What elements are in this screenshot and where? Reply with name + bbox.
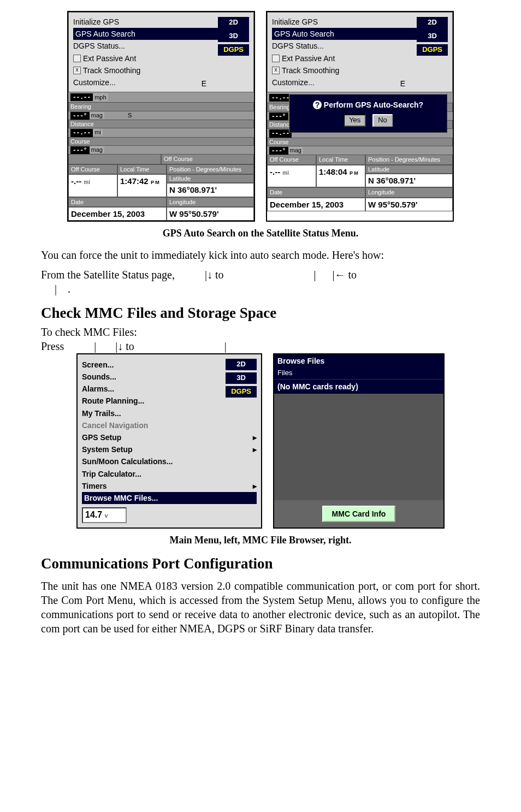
menu-system-setup[interactable]: System Setup▸ xyxy=(82,443,257,455)
autosearch-dialog: ? Perform GPS Auto-Search? Yes No xyxy=(289,94,447,133)
distance-val: --.-- xyxy=(70,129,93,137)
heading-comm-port: Communications Port Configuration xyxy=(41,554,480,573)
compass-s: S xyxy=(128,112,132,118)
para-1: You can force the unit to immediately ki… xyxy=(41,248,480,262)
dialog-text: Perform GPS Auto-Search? xyxy=(324,100,423,109)
browse-subtitle: Files xyxy=(274,368,443,380)
heading-check-mmc: Check MMC Files and Storage Space xyxy=(41,304,480,323)
course-val: ---° xyxy=(70,146,90,154)
menu-sunmoon[interactable]: Sun/Moon Calculations... xyxy=(82,455,257,467)
chevron-right-icon: ▸ xyxy=(253,481,257,491)
menu-browse-mmc[interactable]: Browse MMC Files... xyxy=(82,492,257,504)
gps-screen-right: Initialize GPS GPS Auto Search DGPS Stat… xyxy=(266,11,454,222)
question-icon: ? xyxy=(313,100,322,109)
caption-2: Main Menu, left, MMC File Browser, right… xyxy=(41,534,480,547)
menu-trip-calc[interactable]: Trip Calculator... xyxy=(82,468,257,480)
menu-trails[interactable]: My Trails... xyxy=(82,407,257,419)
menu-gps-setup[interactable]: GPS Setup▸ xyxy=(82,431,257,443)
browse-file-list xyxy=(274,394,443,500)
gps-screen-left: Initialize GPS GPS Auto Search DGPS Stat… xyxy=(67,11,255,222)
chevron-right-icon: ▸ xyxy=(253,444,257,454)
date: December 15, 2003 xyxy=(68,207,167,221)
voltage-readout: 14.7 v xyxy=(82,507,127,523)
checkbox-track[interactable]: x xyxy=(73,67,81,74)
distance-label: Distance xyxy=(70,121,94,127)
offcourse-label: Off Course xyxy=(161,154,254,164)
browse-message: (No MMC cards ready) xyxy=(274,380,443,394)
gps-menu: Initialize GPS GPS Auto Search DGPS Stat… xyxy=(68,12,254,92)
menu-item-customize[interactable]: Customize... xyxy=(73,76,249,88)
browse-files-screen: Browse Files Files (No MMC cards ready) … xyxy=(273,353,445,529)
menu-cancel-nav: Cancel Navigation xyxy=(82,419,257,431)
para-4: Press | |↓ to | xyxy=(41,339,480,353)
dialog-no-button[interactable]: No xyxy=(372,114,393,127)
dialog-yes-button[interactable]: Yes xyxy=(344,114,366,127)
btn-dgps[interactable]: DGPS xyxy=(218,44,249,56)
speed-val: --.-- xyxy=(70,93,93,101)
compass-e: E xyxy=(202,79,206,88)
para-3: To check MMC Files: xyxy=(41,325,480,339)
latitude: N 36°08.971' xyxy=(167,183,254,197)
btn-3d[interactable]: 3D xyxy=(218,31,249,42)
browse-title: Browse Files xyxy=(274,354,443,368)
caption-1: GPS Auto Search on the Satellite Status … xyxy=(41,227,480,240)
checkbox-ext[interactable] xyxy=(73,55,81,62)
para-2: From the Satellite Status page, |↓ to | … xyxy=(41,268,480,296)
menu-item-track[interactable]: xTrack Smoothing xyxy=(73,64,249,76)
longitude: W 95°50.579' xyxy=(167,207,254,221)
bearing-val: ---° xyxy=(70,112,90,120)
main-menu-screen: Screen... Sounds... Alarms... Route Plan… xyxy=(76,353,262,529)
para-comm: The unit has one NMEA 0183 version 2.0 c… xyxy=(41,579,480,636)
speed-unit: mph xyxy=(93,93,108,101)
course-label: Course xyxy=(70,138,90,145)
menu-timers[interactable]: Timers▸ xyxy=(82,480,257,492)
chevron-right-icon: ▸ xyxy=(253,432,257,442)
bearing-label: Bearing xyxy=(70,103,91,110)
mmc-card-info-button[interactable]: MMC Card Info xyxy=(322,506,396,522)
btn-2d[interactable]: 2D xyxy=(218,17,249,28)
